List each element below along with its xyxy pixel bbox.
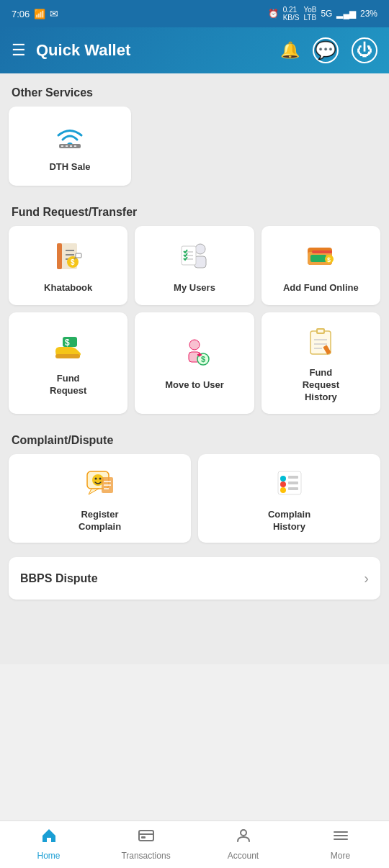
svg-rect-29 [55,354,80,358]
bbps-dispute-row[interactable]: BBPS Dispute › [9,557,380,600]
svg-rect-24 [312,250,332,253]
home-icon [40,827,58,849]
app-header: ☰ Quick Wallet 🔔 💬 ⏻ [0,27,389,73]
status-network: 5G [321,9,332,19]
register-complain-label: RegisterComplain [79,509,121,533]
svg-rect-58 [139,831,153,841]
status-bar: 7:06 📶 ✉ ⏰ 0.21KB/S YoBLTB 5G ▂▄▆ 23% [0,0,389,27]
move-to-user-icon: $ [179,338,210,374]
status-signal-icon: 📶 [34,9,45,19]
svg-point-45 [94,477,97,479]
svg-text:$: $ [327,256,331,263]
nav-account[interactable]: Account [194,827,292,861]
other-services-section: Other Services [0,73,389,193]
transactions-nav-label: Transactions [121,851,170,861]
svg-point-30 [189,340,200,350]
svg-marker-43 [89,489,99,494]
svg-rect-23 [310,255,326,262]
svg-text:$: $ [71,258,75,266]
notification-icon[interactable]: 🔔 [280,41,300,60]
svg-rect-55 [288,482,298,484]
add-fund-online-icon: $ [305,240,336,276]
add-fund-online-card[interactable]: $ Add Fund Online [261,226,380,305]
menu-icon[interactable]: ☰ [12,41,26,60]
more-nav-label: More [331,851,350,861]
fund-request-title: Fund Request/Transfer [0,193,389,226]
transactions-icon [138,827,155,849]
move-to-user-card[interactable]: $ Move to User [135,312,254,414]
nav-transactions[interactable]: Transactions [97,827,194,861]
svg-rect-53 [288,476,298,479]
more-icon [332,827,349,849]
complaint-section: Complaint/Dispute [0,421,389,551]
power-icon[interactable]: ⏻ [352,37,377,63]
nav-more[interactable]: More [292,827,389,861]
home-nav-label: Home [37,851,60,861]
status-time: 7:06 [12,9,30,19]
fund-request-section: Fund Request/Transfer $ [0,193,389,421]
status-battery: 23% [360,9,377,19]
svg-text:$: $ [65,338,70,348]
account-nav-label: Account [228,851,259,861]
register-complain-icon [84,467,116,503]
svg-point-52 [280,476,286,482]
khatabook-card[interactable]: $ Khatabook [9,226,128,305]
main-content: Other Services [0,73,389,664]
khatabook-icon: $ [53,240,84,276]
svg-rect-60 [141,836,146,838]
svg-rect-37 [318,330,323,333]
svg-rect-7 [57,243,62,269]
bottom-nav: Home Transactions Account [0,820,389,868]
app-title: Quick Wallet [36,41,130,60]
dth-sale-card[interactable]: DTH Sale [9,107,131,186]
account-icon [235,827,252,849]
other-services-title: Other Services [0,73,389,107]
svg-text:$: $ [201,355,205,363]
my-users-label: My Users [174,282,215,294]
fund-request-icon: $ [53,331,84,367]
my-users-icon [179,240,210,276]
complain-history-icon [274,467,305,503]
status-speed: 0.21KB/S [283,6,300,22]
fund-request-card[interactable]: $ FundRequest [9,312,128,414]
bbps-chevron-icon: › [364,570,369,587]
fund-request-label: FundRequest [50,373,86,397]
svg-point-15 [195,244,205,254]
register-complain-card[interactable]: RegisterComplain [9,454,191,543]
move-to-user-label: Move to User [165,379,224,392]
svg-point-54 [280,482,286,487]
khatabook-label: Khatabook [44,282,92,294]
complain-history-card[interactable]: ComplainHistory [198,454,380,543]
status-data-icon: YoBLTB [303,6,316,22]
svg-point-61 [241,830,246,836]
dth-sale-label: DTH Sale [49,161,90,173]
svg-point-46 [99,477,101,479]
svg-point-56 [280,487,286,493]
status-gmail-icon: ✉ [50,8,58,19]
whatsapp-icon[interactable]: 💬 [313,37,339,63]
status-bars: ▂▄▆ [336,9,356,19]
my-users-card[interactable]: My Users [135,226,254,305]
fund-request-history-card[interactable]: FundRequestHistory [261,312,380,414]
svg-rect-14 [76,253,81,258]
svg-rect-57 [288,487,298,490]
fund-request-history-icon [305,325,336,361]
bbps-label: BBPS Dispute [20,572,98,585]
add-fund-online-label: Add Fund Online [283,282,359,294]
fund-request-history-label: FundRequestHistory [303,367,339,404]
complaint-title: Complaint/Dispute [0,421,389,454]
status-alarm-icon: ⏰ [268,9,279,19]
nav-home[interactable]: Home [0,827,97,861]
dth-icon [52,122,88,155]
complain-history-label: ComplainHistory [268,509,310,533]
